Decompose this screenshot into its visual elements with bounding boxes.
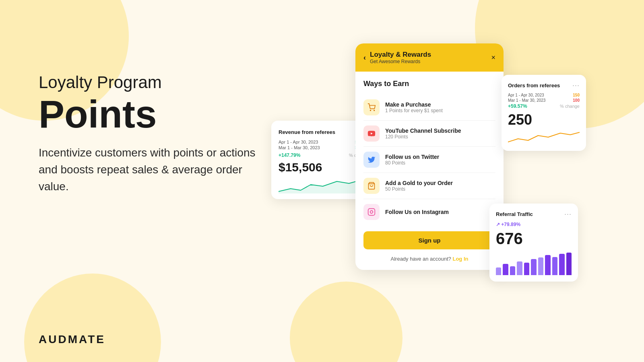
earn-item-icon	[363, 125, 380, 142]
orders-card-dots[interactable]: ···	[572, 81, 580, 90]
referral-bar	[545, 255, 550, 275]
earn-item-title: Add a Gold to your Order	[385, 180, 453, 186]
revenue-date2: Mar 1 - Mar 30, 2023	[279, 145, 320, 150]
orders-date1: Apr 1 - Apr 30, 2023	[508, 93, 544, 97]
referral-bar	[531, 259, 536, 275]
referral-card-title: Referral Traffic	[496, 211, 533, 217]
earn-item-icon	[363, 204, 380, 220]
referral-bar	[524, 263, 529, 275]
bg-circle-bottom-right	[290, 282, 402, 362]
earn-item: Make a Purchase 1 Points for every $1 sp…	[363, 95, 495, 121]
earn-item-title: Follow us on Twitter	[385, 154, 439, 160]
svg-point-1	[370, 110, 371, 111]
referral-big-value: 676	[496, 230, 572, 248]
orders-big-value: 250	[508, 111, 580, 128]
earn-item: Follow us on Twitter 80 Points	[363, 147, 495, 173]
left-section: Loyalty Program Points Incentivize custo…	[39, 72, 264, 195]
svg-point-2	[374, 110, 375, 111]
referral-arrow-icon: ↗	[496, 222, 500, 227]
referral-bar	[538, 257, 543, 275]
earn-item-icon	[363, 152, 380, 168]
referral-bar	[517, 261, 522, 275]
back-chevron-icon[interactable]: ‹	[363, 53, 366, 62]
earn-item: Add a Gold to your Order 50 Points	[363, 173, 495, 199]
earn-item-icon	[363, 99, 380, 115]
orders-change: +59.57%	[508, 103, 527, 109]
earn-item-sub: 50 Points	[385, 186, 453, 192]
revenue-card-title: Revenue from referees	[279, 129, 335, 135]
program-description: Incentivize customers with points or act…	[39, 144, 264, 195]
earn-item-sub: 120 Points	[385, 134, 461, 140]
orders-val1: 150	[573, 93, 580, 97]
earn-item-text: Make a Purchase 1 Points for every $1 sp…	[385, 101, 443, 113]
referral-bar	[552, 257, 557, 275]
orders-mini-chart	[508, 130, 580, 144]
earn-item: YouTube Channel Subscribe 120 Points	[363, 121, 495, 147]
panel-header: ‹ Loyalty & Rewards Get Awesome Rewards …	[355, 43, 504, 72]
ways-to-earn-title: Ways to Earn	[363, 80, 495, 88]
earn-item-title: Follow Us on Instagram	[385, 209, 449, 215]
orders-card: Orders from referees ··· Apr 1 - Apr 30,…	[502, 75, 586, 151]
signup-button[interactable]: Sign up	[363, 231, 495, 249]
referral-bar	[510, 266, 515, 275]
orders-change-label: % change	[560, 104, 580, 109]
referral-bars	[496, 251, 572, 275]
revenue-date1: Apr 1 - Apr 30, 2023	[279, 140, 318, 144]
loyalty-panel: ‹ Loyalty & Rewards Get Awesome Rewards …	[355, 43, 504, 270]
earn-item-text: Follow Us on Instagram	[385, 209, 449, 215]
referral-bar	[559, 254, 564, 275]
earn-item-sub: 1 Points for every $1 spent	[385, 108, 443, 113]
earn-items-list: Make a Purchase 1 Points for every $1 sp…	[363, 95, 495, 225]
earn-item-title: YouTube Channel Subscribe	[385, 128, 461, 134]
earn-item-text: YouTube Channel Subscribe 120 Points	[385, 128, 461, 140]
account-text: Already have an account? Log In	[355, 256, 504, 270]
login-link[interactable]: Log In	[452, 256, 468, 262]
panel-body: Ways to Earn Make a Purchase 1 Points fo…	[355, 72, 504, 225]
orders-val2: 100	[573, 98, 580, 103]
bg-circle-bottom-left	[24, 274, 161, 362]
close-icon[interactable]: ×	[491, 53, 495, 62]
earn-item-text: Follow us on Twitter 80 Points	[385, 154, 439, 166]
revenue-change: +147.79%	[279, 152, 300, 158]
earn-item-title: Make a Purchase	[385, 101, 443, 108]
orders-date2: Mar 1 - Mar 30, 2023	[508, 98, 545, 103]
earn-item-sub: 80 Points	[385, 160, 439, 166]
earn-item-icon	[363, 178, 380, 194]
referral-card: Referral Traffic ··· ↗ +79.89% 676	[489, 204, 578, 282]
program-title: Points	[39, 94, 264, 135]
orders-card-title: Orders from referees	[508, 82, 560, 88]
program-subtitle: Loyalty Program	[39, 72, 264, 93]
referral-change: +79.89%	[501, 222, 520, 227]
panel-subtitle: Get Awesome Rewards	[370, 59, 431, 64]
brand-logo: AUDMATE	[39, 333, 105, 346]
earn-item-text: Add a Gold to your Order 50 Points	[385, 180, 453, 192]
svg-rect-5	[368, 209, 375, 216]
referral-card-dots[interactable]: ···	[564, 210, 572, 218]
panel-title: Loyalty & Rewards	[370, 51, 431, 59]
referral-bar	[503, 264, 508, 275]
referral-bar	[566, 253, 572, 275]
earn-item: Follow Us on Instagram	[363, 199, 495, 225]
referral-bar	[496, 267, 501, 275]
